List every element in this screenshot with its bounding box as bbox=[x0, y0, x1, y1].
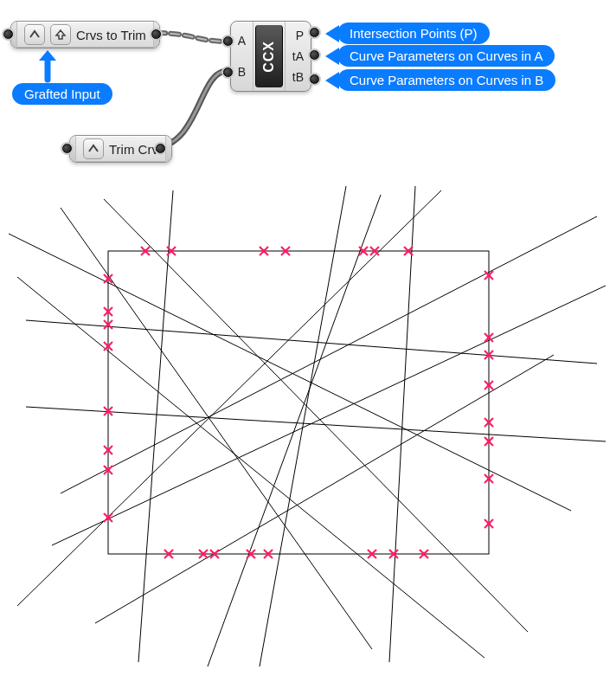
svg-point-62 bbox=[487, 440, 491, 443]
svg-point-14 bbox=[362, 249, 365, 253]
callout-grafted bbox=[35, 48, 61, 83]
output-grip[interactable] bbox=[151, 29, 161, 39]
rhino-viewport bbox=[0, 182, 616, 676]
svg-point-8 bbox=[262, 249, 266, 253]
curve-line bbox=[208, 195, 381, 666]
svg-point-20 bbox=[407, 249, 410, 253]
up-arrow-icon[interactable] bbox=[50, 24, 71, 45]
curve-line bbox=[61, 216, 597, 493]
ccx-output-ta[interactable]: tA bbox=[284, 47, 305, 66]
svg-point-53 bbox=[487, 353, 491, 357]
curve-line bbox=[61, 208, 372, 649]
svg-point-2 bbox=[144, 249, 147, 253]
ccx-grip-ta[interactable] bbox=[310, 50, 319, 60]
callout-bubble: Curve Parameters on Curves in A bbox=[337, 45, 555, 67]
ccx-core: CCX bbox=[255, 25, 283, 87]
ccx-output-tb[interactable]: tB bbox=[284, 68, 305, 87]
svg-point-32 bbox=[106, 344, 110, 348]
svg-point-65 bbox=[487, 477, 491, 480]
svg-point-80 bbox=[249, 552, 253, 556]
svg-point-44 bbox=[106, 516, 110, 519]
param-label: Trim Crv bbox=[109, 142, 158, 157]
callout-tb: Curve Parameters on Curves in B bbox=[325, 69, 555, 91]
ccx-output-p[interactable]: P bbox=[284, 26, 305, 45]
svg-point-26 bbox=[106, 310, 110, 313]
ccx-input-a[interactable]: A bbox=[231, 31, 253, 50]
svg-point-23 bbox=[106, 277, 110, 280]
callout-p: Intersection Points (P) bbox=[325, 23, 490, 44]
curve-line bbox=[138, 190, 173, 662]
svg-point-71 bbox=[167, 552, 170, 556]
ccx-grip-a[interactable] bbox=[223, 36, 233, 46]
component-ccx[interactable]: A B CCX P tA tB bbox=[230, 21, 311, 92]
curve-line bbox=[52, 286, 606, 545]
ccx-input-b[interactable]: B bbox=[231, 62, 253, 81]
output-grip[interactable] bbox=[156, 144, 165, 153]
ccx-grip-b[interactable] bbox=[223, 68, 233, 77]
diagram-canvas: Crvs to Trim Trim Crv A B CCX P tA tB bbox=[0, 0, 616, 676]
svg-point-68 bbox=[487, 522, 491, 525]
callout-bubble: Intersection Points (P) bbox=[337, 23, 490, 44]
curve-line bbox=[95, 355, 554, 623]
svg-point-89 bbox=[392, 552, 395, 556]
svg-point-47 bbox=[487, 274, 491, 277]
svg-point-50 bbox=[487, 336, 491, 339]
svg-point-5 bbox=[170, 249, 173, 253]
svg-point-11 bbox=[284, 249, 287, 253]
curve-line bbox=[17, 277, 484, 658]
callout-ta: Curve Parameters on Curves in A bbox=[325, 45, 555, 67]
callout-bubble: Curve Parameters on Curves in B bbox=[337, 69, 555, 91]
param-crvs-to-trim[interactable]: Crvs to Trim bbox=[10, 21, 160, 48]
svg-point-77 bbox=[213, 552, 216, 556]
param-label: Crvs to Trim bbox=[76, 28, 146, 42]
svg-point-74 bbox=[202, 552, 205, 556]
svg-point-86 bbox=[370, 552, 374, 556]
svg-point-59 bbox=[487, 421, 491, 424]
curve-line bbox=[26, 407, 606, 441]
input-grip[interactable] bbox=[62, 144, 72, 153]
ccx-grip-p[interactable] bbox=[310, 28, 319, 37]
svg-point-38 bbox=[106, 448, 110, 452]
ccx-name: CCX bbox=[261, 41, 277, 73]
svg-point-17 bbox=[373, 249, 376, 253]
svg-point-35 bbox=[106, 409, 110, 413]
ccx-grip-tb[interactable] bbox=[310, 74, 319, 84]
callout-bubble: Grafted Input bbox=[12, 83, 112, 105]
graft-icon[interactable] bbox=[83, 138, 104, 159]
curve-line bbox=[9, 234, 571, 511]
svg-point-83 bbox=[266, 552, 270, 556]
svg-point-29 bbox=[106, 323, 110, 326]
callout-grafted-label: Grafted Input bbox=[12, 83, 112, 105]
graft-icon[interactable] bbox=[24, 24, 45, 45]
input-grip[interactable] bbox=[3, 29, 13, 39]
svg-point-56 bbox=[487, 383, 491, 387]
svg-point-41 bbox=[106, 468, 110, 472]
arrow-up-icon bbox=[35, 48, 61, 83]
svg-point-92 bbox=[422, 552, 426, 556]
